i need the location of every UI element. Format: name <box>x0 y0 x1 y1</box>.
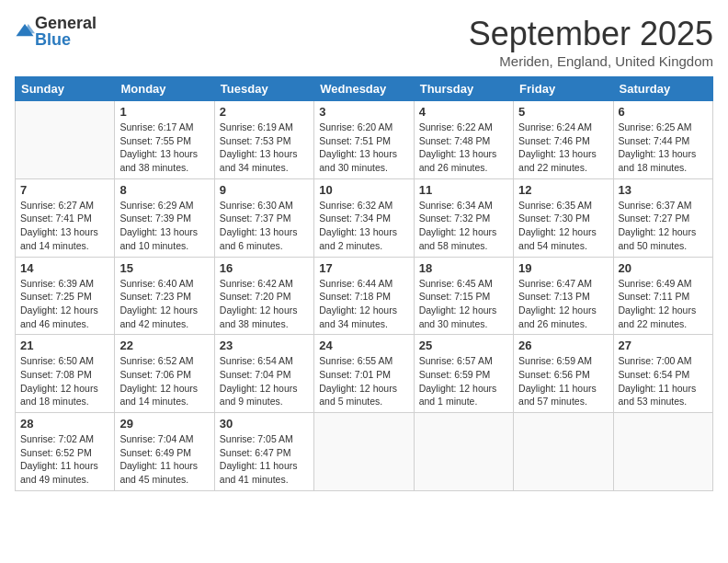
calendar-cell: 7Sunrise: 6:27 AMSunset: 7:41 PMDaylight… <box>16 178 115 257</box>
calendar-cell: 14Sunrise: 6:39 AMSunset: 7:25 PMDayligh… <box>16 257 115 335</box>
cell-info: Sunrise: 6:22 AMSunset: 7:48 PMDaylight:… <box>419 121 508 175</box>
calendar-cell: 29Sunrise: 7:04 AMSunset: 6:49 PMDayligh… <box>115 413 214 491</box>
calendar-cell: 17Sunrise: 6:44 AMSunset: 7:18 PMDayligh… <box>314 257 414 335</box>
day-number: 7 <box>20 183 109 197</box>
cell-info: Sunrise: 6:25 AMSunset: 7:44 PMDaylight:… <box>619 121 708 175</box>
calendar-cell: 20Sunrise: 6:49 AMSunset: 7:11 PMDayligh… <box>613 257 712 335</box>
calendar-cell <box>613 413 712 491</box>
calendar-cell: 24Sunrise: 6:55 AMSunset: 7:01 PMDayligh… <box>314 335 414 413</box>
day-number: 15 <box>119 261 209 275</box>
month-title: September 2025 <box>469 15 713 53</box>
day-number: 23 <box>220 339 309 352</box>
calendar-cell: 3Sunrise: 6:20 AMSunset: 7:51 PMDaylight… <box>314 101 414 179</box>
day-number: 2 <box>220 105 309 119</box>
day-number: 6 <box>619 105 708 119</box>
cell-info: Sunrise: 6:59 AMSunset: 6:56 PMDaylight:… <box>518 354 608 408</box>
day-of-week-saturday: Saturday <box>613 77 712 101</box>
calendar-week-row: 14Sunrise: 6:39 AMSunset: 7:25 PMDayligh… <box>16 257 713 335</box>
day-of-week-friday: Friday <box>514 77 613 101</box>
day-number: 4 <box>419 105 508 119</box>
day-number: 16 <box>220 261 309 275</box>
cell-info: Sunrise: 7:00 AMSunset: 6:54 PMDaylight:… <box>619 354 708 408</box>
day-number: 21 <box>20 339 109 352</box>
calendar-cell: 28Sunrise: 7:02 AMSunset: 6:52 PMDayligh… <box>16 413 115 491</box>
day-of-week-wednesday: Wednesday <box>314 77 414 101</box>
day-number: 25 <box>419 339 508 352</box>
calendar-cell: 18Sunrise: 6:45 AMSunset: 7:15 PMDayligh… <box>414 257 513 335</box>
cell-info: Sunrise: 7:04 AMSunset: 6:49 PMDaylight:… <box>119 432 209 487</box>
cell-info: Sunrise: 6:30 AMSunset: 7:37 PMDaylight:… <box>220 199 309 253</box>
calendar-cell <box>514 413 613 491</box>
day-number: 10 <box>319 183 408 197</box>
cell-info: Sunrise: 7:02 AMSunset: 6:52 PMDaylight:… <box>20 432 109 487</box>
cell-info: Sunrise: 6:39 AMSunset: 7:25 PMDaylight:… <box>20 277 109 331</box>
location: Meriden, England, United Kingdom <box>469 53 713 69</box>
calendar-cell: 8Sunrise: 6:29 AMSunset: 7:39 PMDaylight… <box>115 178 214 257</box>
day-number: 14 <box>20 261 109 275</box>
cell-info: Sunrise: 6:20 AMSunset: 7:51 PMDaylight:… <box>319 121 408 175</box>
calendar-cell <box>314 413 414 491</box>
calendar-week-row: 1Sunrise: 6:17 AMSunset: 7:55 PMDaylight… <box>16 101 713 179</box>
day-number: 30 <box>220 417 309 431</box>
calendar-week-row: 7Sunrise: 6:27 AMSunset: 7:41 PMDaylight… <box>16 178 713 257</box>
cell-info: Sunrise: 6:27 AMSunset: 7:41 PMDaylight:… <box>20 199 109 253</box>
day-of-week-tuesday: Tuesday <box>214 77 313 101</box>
logo-general: General <box>35 14 97 32</box>
calendar-week-row: 28Sunrise: 7:02 AMSunset: 6:52 PMDayligh… <box>16 413 713 491</box>
cell-info: Sunrise: 6:52 AMSunset: 7:06 PMDaylight:… <box>119 354 209 408</box>
day-number: 19 <box>518 261 608 275</box>
cell-info: Sunrise: 6:17 AMSunset: 7:55 PMDaylight:… <box>119 121 209 175</box>
calendar-cell: 4Sunrise: 6:22 AMSunset: 7:48 PMDaylight… <box>414 101 513 179</box>
cell-info: Sunrise: 6:44 AMSunset: 7:18 PMDaylight:… <box>319 277 408 331</box>
day-number: 17 <box>319 261 408 275</box>
calendar-cell: 25Sunrise: 6:57 AMSunset: 6:59 PMDayligh… <box>414 335 513 413</box>
day-of-week-thursday: Thursday <box>414 77 513 101</box>
calendar-cell <box>414 413 513 491</box>
calendar-cell: 6Sunrise: 6:25 AMSunset: 7:44 PMDaylight… <box>613 101 712 179</box>
calendar-cell: 2Sunrise: 6:19 AMSunset: 7:53 PMDaylight… <box>214 101 313 179</box>
cell-info: Sunrise: 6:24 AMSunset: 7:46 PMDaylight:… <box>518 121 608 175</box>
calendar-cell: 10Sunrise: 6:32 AMSunset: 7:34 PMDayligh… <box>314 178 414 257</box>
day-number: 3 <box>319 105 408 119</box>
day-number: 8 <box>119 183 209 197</box>
day-number: 28 <box>20 417 109 431</box>
cell-info: Sunrise: 6:42 AMSunset: 7:20 PMDaylight:… <box>220 277 309 331</box>
day-number: 12 <box>518 183 608 197</box>
calendar-cell: 26Sunrise: 6:59 AMSunset: 6:56 PMDayligh… <box>514 335 613 413</box>
day-number: 11 <box>419 183 508 197</box>
day-number: 5 <box>518 105 608 119</box>
cell-info: Sunrise: 6:55 AMSunset: 7:01 PMDaylight:… <box>319 354 408 408</box>
calendar-cell: 9Sunrise: 6:30 AMSunset: 7:37 PMDaylight… <box>214 178 313 257</box>
logo-blue: Blue <box>35 30 71 49</box>
page-header: General Blue September 2025 Meriden, Eng… <box>15 15 713 69</box>
day-number: 22 <box>119 339 209 352</box>
title-area: September 2025 Meriden, England, United … <box>469 15 713 69</box>
calendar-cell: 15Sunrise: 6:40 AMSunset: 7:23 PMDayligh… <box>115 257 214 335</box>
day-number: 27 <box>619 339 708 352</box>
cell-info: Sunrise: 6:54 AMSunset: 7:04 PMDaylight:… <box>220 354 309 408</box>
logo-icon <box>15 21 35 41</box>
calendar-cell <box>16 101 115 179</box>
cell-info: Sunrise: 6:45 AMSunset: 7:15 PMDaylight:… <box>419 277 508 331</box>
calendar-cell: 22Sunrise: 6:52 AMSunset: 7:06 PMDayligh… <box>115 335 214 413</box>
day-number: 9 <box>220 183 309 197</box>
calendar-body: 1Sunrise: 6:17 AMSunset: 7:55 PMDaylight… <box>16 101 713 491</box>
calendar-cell: 19Sunrise: 6:47 AMSunset: 7:13 PMDayligh… <box>514 257 613 335</box>
day-number: 29 <box>119 417 209 431</box>
calendar-cell: 23Sunrise: 6:54 AMSunset: 7:04 PMDayligh… <box>214 335 313 413</box>
day-number: 26 <box>518 339 608 352</box>
calendar-cell: 30Sunrise: 7:05 AMSunset: 6:47 PMDayligh… <box>214 413 313 491</box>
cell-info: Sunrise: 6:19 AMSunset: 7:53 PMDaylight:… <box>220 121 309 175</box>
calendar-cell: 27Sunrise: 7:00 AMSunset: 6:54 PMDayligh… <box>613 335 712 413</box>
day-number: 1 <box>119 105 209 119</box>
cell-info: Sunrise: 6:37 AMSunset: 7:27 PMDaylight:… <box>619 199 708 253</box>
cell-info: Sunrise: 6:50 AMSunset: 7:08 PMDaylight:… <box>20 354 109 408</box>
calendar-week-row: 21Sunrise: 6:50 AMSunset: 7:08 PMDayligh… <box>16 335 713 413</box>
calendar-header-row: SundayMondayTuesdayWednesdayThursdayFrid… <box>16 77 713 101</box>
cell-info: Sunrise: 6:34 AMSunset: 7:32 PMDaylight:… <box>419 199 508 253</box>
day-of-week-monday: Monday <box>115 77 214 101</box>
day-number: 20 <box>619 261 708 275</box>
calendar-cell: 13Sunrise: 6:37 AMSunset: 7:27 PMDayligh… <box>613 178 712 257</box>
cell-info: Sunrise: 6:29 AMSunset: 7:39 PMDaylight:… <box>119 199 209 253</box>
calendar-cell: 11Sunrise: 6:34 AMSunset: 7:32 PMDayligh… <box>414 178 513 257</box>
